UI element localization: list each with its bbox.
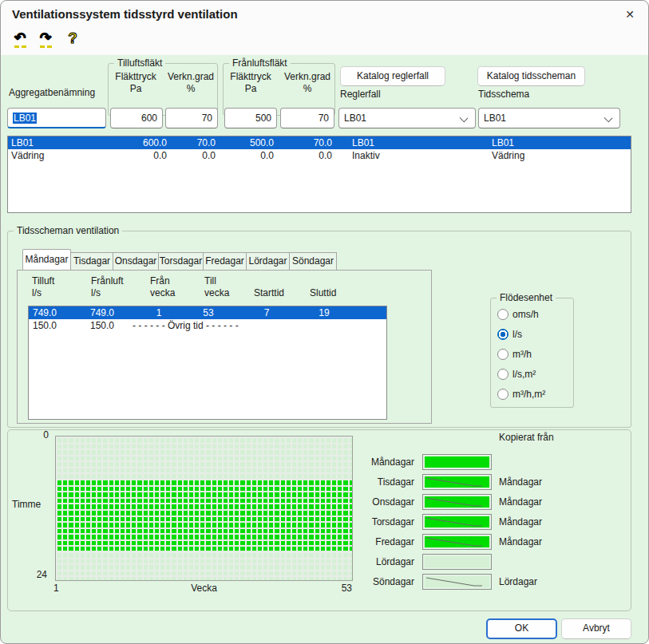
tilluft-verkn-input[interactable]: 70 (165, 108, 218, 128)
tidsschema-label: Tidsschema (478, 89, 529, 100)
y-axis-bottom-tick: 24 (26, 569, 47, 580)
table-row[interactable]: LB01 600.0 70.0 500.0 70.0 LB01 LB01 (8, 136, 631, 149)
day-tabs: Måndagar Tisdagar Onsdagar Torsdagar Fre… (22, 249, 337, 270)
reglerfall-combobox-value: LB01 (344, 113, 366, 124)
tidsscheman-group-label: Tidsscheman ventilation (14, 225, 122, 236)
ventilation-dialog: Ventilationssystem tidsstyrd ventilation… (0, 0, 649, 644)
radio-m3-h-m2[interactable]: m³/h,m² (497, 385, 545, 403)
flodesenhet-group-label: Flödesenhet (497, 292, 556, 303)
day-preview-box[interactable] (422, 554, 492, 570)
chevron-down-icon (604, 114, 613, 123)
aggregat-input-value: LB01 (13, 113, 37, 124)
day-label: Tisdagar (352, 474, 414, 490)
help-icon[interactable]: ? (63, 31, 82, 52)
x-axis-label: Vecka (55, 583, 353, 594)
title-bar: Ventilationssystem tidsstyrd ventilation… (1, 1, 648, 28)
col-starttid: Starttid (254, 287, 284, 298)
y-axis-label: Timme (12, 499, 41, 510)
close-icon[interactable]: ✕ (619, 5, 640, 24)
copied-line-icon (425, 516, 489, 527)
day-label: Torsdagar (352, 514, 414, 530)
table-row[interactable]: Vädring 0.0 0.0 0.0 0.0 Inaktiv Vädring (8, 149, 631, 162)
schedule-list[interactable]: 749.0 749.0 1 53 7 19 150.0 150.0 - - - … (28, 306, 387, 420)
tab-onsdagar[interactable]: Onsdagar (113, 252, 159, 270)
franluft-group-label: Frånluftsfläkt (229, 57, 291, 69)
radio-m3-h[interactable]: m³/h (497, 346, 532, 363)
katalog-tidsscheman-button[interactable]: Katalog tidsscheman (477, 66, 585, 86)
y-axis-top-tick: 0 (31, 429, 49, 441)
copied-from-value: Lördagar (499, 574, 611, 590)
tilluft-verkngrad-label: Verkn.grad (164, 71, 217, 82)
redo-icon[interactable]: ↷ (36, 31, 55, 52)
copied-line-icon (425, 496, 489, 508)
tilluft-pct-label: % (164, 83, 217, 94)
franluft-pct-label: % (280, 83, 334, 94)
franluft-verkngrad-label: Verkn.grad (280, 71, 334, 82)
ok-button[interactable]: OK (486, 618, 557, 639)
day-label: Måndagar (352, 454, 414, 470)
aggregat-input[interactable]: LB01 (7, 108, 106, 128)
toolbar: ↶ ↷ ? (1, 28, 648, 55)
tab-tisdagar[interactable]: Tisdagar (70, 252, 113, 270)
radio-icon (497, 329, 509, 340)
radio-oms-h[interactable]: oms/h (497, 306, 539, 323)
day-preview-box[interactable] (422, 574, 492, 590)
chevron-down-icon (460, 114, 469, 123)
window-title: Ventilationssystem tidsstyrd ventilation (12, 7, 238, 21)
copied-line-icon (425, 536, 489, 547)
day-preview-box[interactable] (422, 494, 492, 510)
day-label: Onsdagar (352, 494, 414, 510)
schedule-row[interactable]: 749.0 749.0 1 53 7 19 (29, 306, 386, 319)
schedule-heatmap[interactable] (55, 436, 353, 581)
heatmap-gridlines (56, 437, 352, 580)
tab-lordagar[interactable]: Lördagar (246, 252, 290, 270)
col-till-vecka: Till (204, 275, 216, 286)
copied-from-header: Kopierat från (499, 432, 554, 443)
radio-icon (497, 389, 509, 400)
franluft-pa-label: Pa (224, 83, 277, 94)
tab-mandagar[interactable]: Måndagar (22, 249, 71, 270)
aggregates-list[interactable]: LB01 600.0 70.0 500.0 70.0 LB01 LB01 Väd… (7, 136, 631, 213)
day-preview-box[interactable] (422, 514, 492, 530)
day-preview-box[interactable] (422, 454, 492, 470)
franluft-tryck-input[interactable]: 500 (224, 108, 277, 128)
col-tilluft: Tilluft (32, 275, 54, 286)
tab-torsdagar[interactable]: Torsdagar (158, 252, 204, 270)
tilluft-pa-label: Pa (109, 83, 162, 94)
tilluft-tryck-input[interactable]: 600 (110, 108, 163, 128)
col-franluft: Frånluft (91, 275, 124, 286)
day-label: Lördagar (352, 554, 414, 570)
tab-fredagar[interactable]: Fredagar (203, 252, 247, 270)
radio-l-s-m2[interactable]: l/s,m² (497, 365, 536, 383)
col-sluttid: Sluttid (310, 287, 336, 298)
copied-from-value: Måndagar (499, 494, 611, 510)
aggregat-label: Aggregatbenämning (9, 87, 95, 98)
katalog-reglerfall-button[interactable]: Katalog reglerfall (340, 66, 445, 86)
reglerfall-label: Reglerfall (340, 89, 381, 100)
day-label: Söndagar (352, 574, 414, 590)
radio-l-s[interactable]: l/s (497, 326, 522, 343)
tilluft-flakttryck-label: Fläkttryck (109, 71, 162, 82)
day-preview-box[interactable] (422, 534, 492, 550)
tidsschema-combobox[interactable]: LB01 (478, 108, 620, 128)
copied-from-value: Måndagar (499, 534, 611, 550)
tab-sondagar[interactable]: Söndagar (289, 252, 337, 270)
copied-from-value: Måndagar (499, 514, 611, 530)
copied-from-value: Måndagar (499, 474, 611, 490)
reglerfall-combobox[interactable]: LB01 (338, 108, 476, 128)
radio-icon (497, 309, 509, 320)
day-label: Fredagar (352, 534, 414, 550)
radio-icon (497, 369, 509, 380)
flodesenhet-group: Flödesenhet oms/h l/s m³/h l/s,m² m³/h,m… (490, 298, 574, 408)
day-preview-box[interactable] (422, 474, 492, 490)
franluft-flakttryck-label: Fläkttryck (224, 71, 277, 82)
franluft-verkn-input[interactable]: 70 (280, 108, 334, 128)
schedule-row[interactable]: 150.0 150.0 - - - - - - Övrig tid - - - … (29, 319, 386, 332)
undo-icon[interactable]: ↶ (10, 31, 30, 52)
copied-line-icon (425, 576, 489, 587)
x-axis-right-tick: 53 (331, 583, 352, 594)
cancel-button[interactable]: Avbryt (561, 618, 631, 639)
tilluft-group-label: Tilluftsfläkt (114, 57, 165, 69)
schedule-tab-panel: Tilluft l/s Frånluft l/s Från vecka Till… (17, 270, 432, 424)
tidsschema-combobox-value: LB01 (484, 113, 506, 124)
